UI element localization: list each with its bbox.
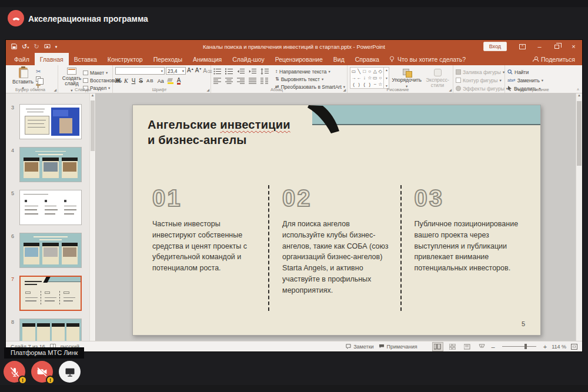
strikethrough-button[interactable]: S [139,78,143,84]
grow-font-icon[interactable]: А▲ [187,68,194,73]
slide-column-1[interactable]: 01 Частные инвесторы инвестируют собстве… [133,185,268,311]
slide-scrollbar[interactable]: ▲ [576,93,582,341]
view-normal-button[interactable] [433,343,443,351]
columns-icon[interactable] [260,78,269,84]
ribbon-tabs: Файл Главная Вставка Конструктор Переход… [6,53,582,65]
align-center-icon[interactable] [225,78,233,84]
tab-help[interactable]: Справка [350,53,385,65]
dialog-launcher-icon[interactable]: ◢ [343,88,346,92]
decrease-indent-icon[interactable] [237,68,245,75]
tab-review[interactable]: Рецензирование [270,53,328,65]
zoom-slider[interactable] [502,346,536,347]
tab-animations[interactable]: Анимация [188,53,227,65]
quick-styles-icon [434,69,442,76]
dialog-launcher-icon[interactable]: ◢ [54,88,56,92]
tell-me-box[interactable]: Что вы хотите сделать? [385,53,470,65]
scrollbar-thumb[interactable] [577,101,582,166]
view-sorter-button[interactable] [447,343,457,351]
hangup-button[interactable] [8,10,24,26]
thumbnail-row: 6 [6,233,95,268]
undo-icon[interactable]: ↺▾ [22,43,29,50]
slide-thumbnail[interactable] [19,190,82,225]
powerpoint-window: ↺▾ ↻ ▾ Каналы поиска и привлечения инвес… [6,40,582,351]
redo-icon[interactable]: ↻ [34,43,39,50]
share-button[interactable]: Поделиться [526,53,582,65]
thumbnail-scrollbar[interactable]: ▲ [89,93,95,341]
find-button[interactable]: Найти [507,69,543,75]
close-button[interactable]: × [565,40,582,53]
align-text-label: Выровнять текст [281,76,320,82]
zoom-level[interactable]: 114 % [552,344,566,350]
start-slideshow-icon[interactable] [44,44,51,49]
bullets-icon[interactable] [213,68,222,75]
tab-view[interactable]: Вид [328,53,350,65]
shrink-font-icon[interactable]: А▼ [195,68,202,73]
tab-transitions[interactable]: Переходы [148,53,188,65]
camera-off-button[interactable]: ! [31,361,53,383]
save-icon[interactable] [11,43,17,49]
slide-number: 6 [6,233,19,268]
zoom-slider-thumb[interactable] [524,344,527,349]
bold-button[interactable]: Ж [115,78,121,84]
shape-fill-button[interactable]: Заливка фигуры▾ [456,69,508,75]
microphone-off-button[interactable]: ! [4,361,25,383]
slide-title[interactable]: Ангельские инвестиции и бизнес-ангелы [148,117,290,148]
dialog-launcher-icon[interactable]: ◢ [449,88,452,92]
slide-column-2[interactable]: 02 Для поиска ангелов используйте клубы … [268,185,400,311]
restore-button[interactable] [548,40,565,53]
replace-button[interactable]: ab⇄ Заменить▾ [507,77,543,83]
text-direction-button[interactable]: ↕Направление текста▾ [275,68,345,75]
underline-button[interactable]: Ч [132,78,136,84]
scrollbar-thumb[interactable] [91,100,95,151]
italic-button[interactable]: К [124,78,128,84]
justify-icon[interactable] [249,78,257,84]
slide-thumbnail[interactable] [19,147,82,182]
tab-design[interactable]: Конструктор [102,53,148,65]
tab-home[interactable]: Главная [35,53,69,65]
slide-thumbnail[interactable] [19,319,82,341]
screen-share-button[interactable] [59,361,81,383]
font-size-combo[interactable]: 23,4▾ [166,67,186,75]
slide-column-3[interactable]: 03 Публичное позиционирование вашего про… [400,185,540,311]
shapes-gallery[interactable]: ▭╲□○△◇ →←↓☆▭○ (){}~☆ ▲▼▼ [350,67,389,89]
align-right-icon[interactable] [237,78,245,84]
slide-thumbnail-current[interactable] [19,276,82,311]
increase-indent-icon[interactable] [249,68,257,75]
zoom-in-button[interactable]: + [543,343,547,350]
line-spacing-icon[interactable] [260,68,269,75]
cut-icon[interactable]: ✂ [36,69,42,75]
slide-thumbnail[interactable] [19,233,82,268]
copy-icon[interactable] [36,76,41,82]
character-spacing-icon[interactable]: АВ [146,79,154,83]
comments-toggle[interactable]: Примечания [379,344,417,350]
font-name-combo[interactable]: ▾ [115,67,165,75]
quick-styles-button[interactable]: Экспресс-стили [424,67,451,89]
collapse-ribbon-icon[interactable]: ˄ [577,88,579,92]
qat-customize-icon[interactable]: ▾ [55,45,58,49]
align-text-button[interactable]: ⇅Выровнять текст▾ [275,76,345,82]
reset-icon [83,78,88,83]
shape-effects-button[interactable]: Эффекты фигуры▾ [456,85,508,92]
ribbon-display-options-icon[interactable]: ˄ [514,40,531,53]
dialog-launcher-icon[interactable]: ◢ [206,88,209,92]
view-slideshow-button[interactable] [477,343,487,351]
font-color-button[interactable]: А [177,78,181,85]
align-left-icon[interactable] [213,78,222,84]
shapes-scrollbar[interactable]: ▲▼▼ [383,68,389,88]
slide-canvas[interactable]: Ангельские инвестиции и бизнес-ангелы 01… [132,105,541,336]
notes-toggle[interactable]: Заметки [346,344,373,350]
zoom-out-button[interactable]: – [492,343,495,350]
change-case-button[interactable]: Аа [158,79,164,84]
view-reading-button[interactable] [462,343,472,351]
tab-slideshow[interactable]: Слайд-шоу [227,53,269,65]
tab-file[interactable]: Файл [9,53,35,65]
tab-insert[interactable]: Вставка [69,53,102,65]
fit-to-window-button[interactable] [571,344,577,350]
login-button[interactable]: Вход [483,42,507,51]
numbering-icon[interactable] [225,68,233,75]
slide-thumbnail[interactable] [19,104,82,139]
minimize-button[interactable]: – [531,40,548,53]
arrange-button[interactable]: Упорядочить ▾ [389,67,424,89]
text-highlight-icon[interactable] [168,78,173,84]
shape-outline-button[interactable]: Контур фигуры▾ [456,77,508,83]
